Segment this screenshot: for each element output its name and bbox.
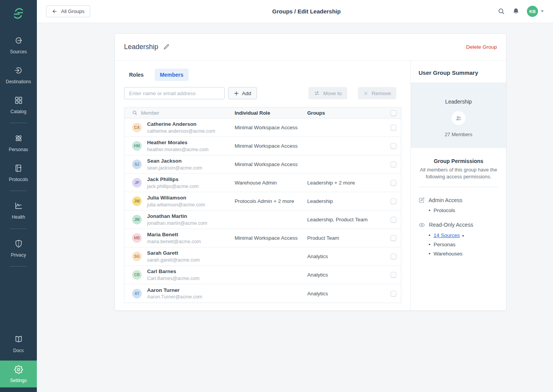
remove-button-label: Remove	[372, 91, 391, 96]
summary-member-count: 27 Members	[411, 132, 506, 137]
user-group-summary-panel: User Group Summary Leadership 27 Members	[411, 61, 506, 310]
page-title: Groups / Edit Leadership	[48, 8, 553, 15]
sidebar-item-label: Health	[12, 214, 25, 220]
member-name: Carl Barnes	[147, 268, 199, 275]
member-name: Jonathan Martin	[147, 213, 207, 220]
member-groups: Analytics	[307, 254, 386, 259]
row-checkbox[interactable]	[391, 254, 396, 259]
health-icon	[14, 201, 23, 212]
avatar: SG	[132, 252, 142, 261]
row-checkbox[interactable]	[391, 161, 396, 167]
all-groups-back-button[interactable]: All Groups	[46, 5, 90, 17]
group-title: Leadership	[124, 43, 158, 51]
permissions-description: All members of this group have the follo…	[419, 166, 498, 181]
sidebar-item-catalog[interactable]: Catalog	[0, 96, 37, 114]
move-arrows-icon	[314, 90, 320, 96]
sidebar-divider	[10, 191, 27, 191]
sidebar-item-label: Destinations	[6, 79, 31, 84]
remove-button[interactable]: Remove	[358, 87, 396, 99]
select-all-checkbox[interactable]	[391, 110, 396, 116]
members-toolbar: Add Move to	[124, 87, 401, 99]
search-icon	[132, 110, 137, 115]
sidebar-item-docs[interactable]: Docs	[0, 335, 37, 353]
protocols-icon	[14, 164, 23, 174]
member-email: sarah.garett@acme.com	[147, 257, 200, 263]
admin-access-label: Admin Access	[429, 197, 462, 203]
tab-members[interactable]: Members	[155, 69, 188, 81]
sidebar-item-sources[interactable]: Sources	[0, 36, 37, 54]
chevron-down-icon[interactable]: ▾	[462, 234, 464, 238]
docs-book-icon	[14, 335, 23, 345]
avatar: CA	[132, 123, 142, 132]
row-checkbox[interactable]	[391, 272, 396, 278]
members-pane: Roles Members Add	[115, 61, 411, 310]
chevron-down-icon	[541, 10, 544, 12]
avatar: MB	[132, 233, 142, 243]
table-row: JW Julia Wiliamson julia.wiliamson@acme.…	[124, 192, 401, 211]
row-checkbox[interactable]	[391, 217, 396, 222]
sidebar-item-personas[interactable]: Personas	[0, 134, 37, 152]
sidebar-item-privacy[interactable]: Privacy	[0, 239, 37, 258]
member-email: Carl.Barnes@acme.com	[147, 276, 199, 281]
member-email: heather.morales@acme.com	[147, 147, 209, 152]
member-email: catherine.anderson@acme.com	[147, 128, 215, 134]
row-checkbox[interactable]	[391, 143, 396, 149]
role-header: Individual Role	[235, 110, 307, 116]
search-icon[interactable]	[498, 8, 505, 15]
member-filter-header[interactable]: Member	[124, 110, 235, 116]
member-name: Aaron Turner	[147, 287, 202, 294]
table-row: HM Heather Morales heather.morales@acme.…	[124, 137, 401, 155]
sidebar-item-label: Docs	[13, 348, 23, 353]
group-permissions: Group Permissions All members of this gr…	[411, 148, 506, 267]
tab-roles[interactable]: Roles	[124, 69, 149, 81]
readonly-access-row: Read-Only Access	[419, 222, 498, 228]
sidebar-item-label: Personas	[9, 147, 28, 152]
member-name: Heather Morales	[147, 140, 209, 146]
avatar: SJ	[132, 160, 142, 169]
list-item: Personas	[429, 242, 498, 247]
delete-group-button[interactable]: Delete Group	[466, 44, 497, 50]
member-groups: Analytics	[307, 291, 386, 296]
settings-gear-icon	[14, 365, 23, 376]
row-checkbox[interactable]	[391, 235, 396, 241]
row-checkbox[interactable]	[391, 180, 396, 186]
table-row: SG Sarah Garett sarah.garett@acme.com An…	[124, 247, 401, 266]
member-groups: Leadership + 2 more	[307, 180, 386, 186]
notifications-bell-icon[interactable]	[512, 8, 520, 15]
move-to-button[interactable]: Move to	[308, 87, 347, 99]
privacy-shield-icon	[14, 239, 23, 250]
member-header-label: Member	[141, 110, 159, 116]
member-name: Maria Benett	[147, 232, 201, 238]
add-member-button[interactable]: Add	[228, 87, 257, 99]
table-row: CA Catherine Anderson catherine.anderson…	[124, 119, 401, 137]
row-checkbox[interactable]	[391, 125, 396, 130]
member-search-input[interactable]	[124, 87, 225, 99]
avatar: HM	[132, 141, 142, 151]
member-role: Protocols Admin + 2 more	[235, 198, 307, 204]
tabs: Roles Members	[124, 69, 401, 81]
row-checkbox[interactable]	[391, 291, 396, 296]
sidebar-item-label: Protocols	[9, 177, 28, 182]
member-role: Warehouse Admin	[235, 180, 307, 186]
app-root: Sources Destinations Catalog	[0, 0, 553, 392]
sidebar-item-destinations[interactable]: Destinations	[0, 66, 37, 84]
sidebar-item-settings[interactable]: Settings	[0, 361, 37, 387]
move-button-label: Move to	[323, 91, 342, 96]
sidebar-item-protocols[interactable]: Protocols	[0, 164, 37, 182]
row-checkbox[interactable]	[391, 198, 396, 204]
list-item: 14 Sources▾	[429, 232, 498, 238]
add-button-label: Add	[242, 91, 251, 96]
table-row: SJ Sean Jackson sean.jackson@acme.com Mi…	[124, 155, 401, 174]
arrow-left-icon	[52, 8, 58, 14]
member-email: Aaron.Turner@acme.com	[147, 294, 202, 300]
user-menu[interactable]: KB	[527, 6, 544, 17]
edit-group-name-icon[interactable]	[163, 44, 170, 50]
people-icon	[455, 114, 462, 122]
divider	[419, 187, 498, 187]
avatar: CB	[132, 270, 142, 280]
sidebar-item-health[interactable]: Health	[0, 201, 37, 220]
member-groups: Leadership, Product Team	[307, 217, 386, 222]
sidebar-divider	[10, 229, 27, 229]
sources-count-link[interactable]: 14 Sources	[434, 232, 460, 238]
brand-logo-icon[interactable]	[0, 7, 37, 20]
